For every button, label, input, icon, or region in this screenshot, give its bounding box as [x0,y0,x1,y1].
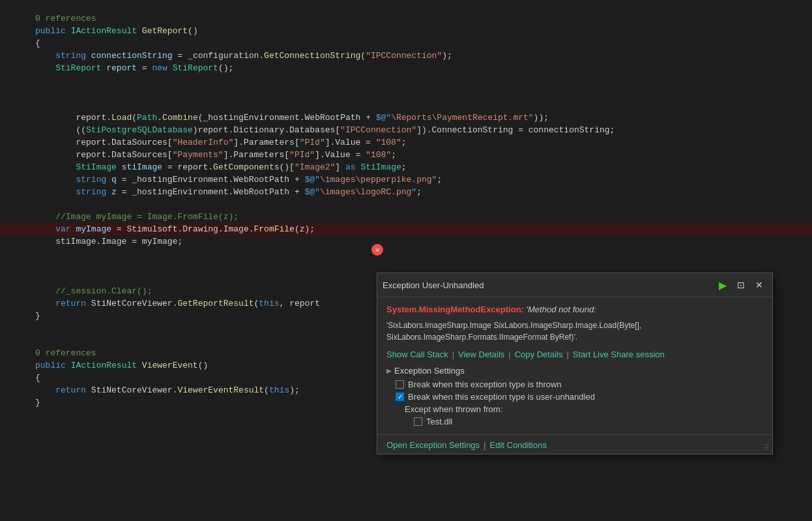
popup-links: Show Call Stack | View Details | Copy De… [386,350,763,359]
link-separator: | [452,350,454,359]
settings-item-thrown: Break when this exception type is thrown [386,380,763,389]
continue-button[interactable]: ▶ [715,277,731,293]
code-line: string connectionString = _configuration… [0,50,812,62]
code-line [0,198,812,211]
code-line: string q = _hostingEnvironment.WebRootPa… [0,173,812,186]
checkbox-testdll[interactable] [414,417,422,426]
code-line: ((StiPostgreSQLDatabase)report.Dictionar… [0,124,812,136]
exception-settings: ▶ Exception Settings Break when this exc… [386,366,763,426]
settings-title: Exception Settings [394,366,465,376]
code-line: public IActionResult GetReport() [0,25,812,37]
pin-button[interactable]: ⊡ [733,277,749,293]
code-line: StiImage stiImage = report.GetComponents… [0,161,812,173]
popup-titlebar: Exception User-Unhandled ▶ ⊡ ✕ [377,273,772,297]
edit-conditions-link[interactable]: Edit Conditions [489,440,546,450]
settings-label-thrown: Break when this exception type is thrown [408,380,562,389]
settings-item-unhandled: ✓ Break when this exception type is user… [386,392,763,402]
settings-label-unhandled: Break when this exception type is user-u… [408,392,595,402]
exception-message: 'SixLabors.ImageSharp.Image SixLabors.Im… [386,320,763,343]
show-call-stack-link[interactable]: Show Call Stack [386,350,448,359]
exception-popup: Exception User-Unhandled ▶ ⊡ ✕ System.Mi… [377,273,773,454]
except-item-testdll: Test.dll [405,417,763,426]
exception-type: System.MissingMethodException: 'Method n… [386,304,763,316]
bottom-link-separator: | [484,440,486,450]
exception-type-normal: 'Method not found: [527,305,596,314]
code-line [0,248,812,260]
code-line-error: var myImage = Stimulsoft.Drawing.Image.F… [0,223,812,235]
except-item-label-testdll: Test.dll [426,417,452,426]
code-line: report.DataSources["HeaderInfo"].Paramet… [0,136,812,149]
code-line [0,260,812,273]
except-when-section: Except when thrown from: Test.dll [386,404,763,426]
checkbox-unhandled[interactable]: ✓ [396,393,404,401]
code-line [0,74,812,87]
resize-handle[interactable]: ⠿ [764,443,770,453]
code-line: report.Load(Path.Combine(_hostingEnviron… [0,112,812,124]
popup-bottom-links: Open Exception Settings | Edit Condition… [377,434,772,454]
popup-body: System.MissingMethodException: 'Method n… [377,297,772,434]
code-line [0,99,812,112]
open-exception-settings-link[interactable]: Open Exception Settings [386,440,480,450]
settings-header: ▶ Exception Settings [386,366,763,376]
close-button[interactable]: ✕ [751,277,767,293]
link-separator: | [566,350,568,359]
collapse-icon: ▶ [386,367,392,374]
code-line: //Image myImage = Image.FromFile(z); [0,211,812,223]
code-line [0,87,812,99]
view-details-link[interactable]: View Details [458,350,504,359]
popup-title: Exception User-Unhandled [383,280,484,290]
copy-details-link[interactable]: Copy Details [515,350,563,359]
code-line: report.DataSources["Payments"].Parameter… [0,149,812,161]
code-line: stiImage.Image = myImage; [0,235,812,248]
exception-type-bold: System.MissingMethodException: [386,305,524,314]
start-live-share-link[interactable]: Start Live Share session [573,350,665,359]
except-when-label: Except when thrown from: [405,404,763,414]
link-separator: | [508,350,510,359]
checkbox-thrown[interactable] [396,380,404,389]
code-line: { [0,37,812,50]
popup-actions: ▶ ⊡ ✕ [715,277,767,293]
error-indicator: ✕ [371,244,383,256]
code-line: StiReport report = new StiReport(); [0,62,812,74]
code-line: string z = _hostingEnvironment.WebRootPa… [0,186,812,198]
code-line [0,0,812,12]
code-line: 0 references [0,12,812,25]
